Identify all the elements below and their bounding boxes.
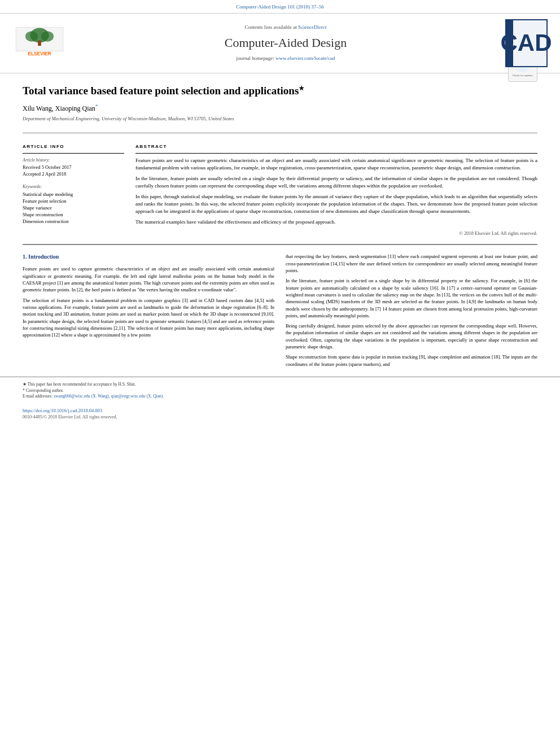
- intro-p5: Being carefully designed, feature points…: [286, 322, 537, 350]
- keyword-4: Shape reconstruction: [23, 212, 124, 219]
- issn-line: 0010-4485/© 2018 Elsevier Ltd. All right…: [23, 414, 537, 420]
- publisher-logo-area: ELSEVIER: [8, 19, 71, 67]
- intro-p1: Feature points are used to capture geome…: [23, 265, 274, 293]
- intro-p6: Shape reconstruction from sparse data is…: [286, 353, 537, 368]
- contents-available: Contents lists available at ScienceDirec…: [245, 24, 327, 31]
- article-info-label: article info: [23, 143, 124, 150]
- abstract-para-1: Feature points are used to capture geome…: [135, 157, 537, 172]
- svg-text:ELSEVIER: ELSEVIER: [28, 50, 51, 56]
- abstract-para-2: In the literature, feature points are us…: [135, 175, 537, 190]
- footer: https://doi.org/10.1016/j.cad.2018.04.00…: [0, 404, 560, 423]
- abstract-label: abstract: [135, 143, 537, 150]
- journal-reference-bar: Computer-Aided Design 101 (2018) 37–56: [0, 0, 560, 13]
- abstract-para-4: The numerical examples have validated th…: [135, 219, 537, 226]
- elsevier-logo: ELSEVIER: [11, 25, 68, 62]
- body-col-left: 1. Introduction Feature points are used …: [23, 253, 274, 371]
- paper-affiliation: Department of Mechanical Engineering, Un…: [23, 116, 502, 123]
- accepted-date: Accepted 2 April 2018: [23, 171, 124, 178]
- history-label: Article history:: [23, 157, 124, 163]
- received-date: Received 5 October 2017: [23, 164, 124, 171]
- footnote-emails: E-mail addresses: xwang666@wisc.edu (X. …: [23, 394, 274, 400]
- footnote-section: ★ This paper has been recommended for ac…: [0, 377, 560, 400]
- copyright-line: © 2018 Elsevier Ltd. All rights reserved…: [135, 230, 537, 237]
- journal-title-area: Contents lists available at ScienceDirec…: [76, 19, 495, 67]
- footnote-col-right: [286, 382, 537, 400]
- intro-p4: In the literature, feature point is sele…: [286, 277, 537, 319]
- keyword-2: Feature point selection: [23, 198, 124, 205]
- body-section: 1. Introduction Feature points are used …: [0, 253, 560, 371]
- keyword-5: Dimension construction: [23, 219, 124, 225]
- doi-link[interactable]: https://doi.org/10.1016/j.cad.2018.04.00…: [23, 408, 537, 414]
- sciencedirect-link[interactable]: ScienceDirect: [298, 24, 326, 30]
- footnote-corresponding: * Corresponding author.: [23, 388, 274, 394]
- svg-point-3: [41, 31, 54, 42]
- journal-name: Computer-Aided Design: [225, 34, 347, 52]
- footnote-columns: ★ This paper has been recommended for ac…: [23, 382, 537, 400]
- abstract-column: abstract Feature points are used to capt…: [135, 143, 537, 237]
- journal-header: ELSEVIER Contents lists available at Sci…: [0, 13, 560, 73]
- paper-authors: Xilu Wang, Xiaoping Qian*: [23, 103, 502, 113]
- article-info-abstract-section: article info Article history: Received 5…: [0, 143, 560, 237]
- keywords-group: Keywords: Statistical shape modeling Fea…: [23, 184, 124, 225]
- intro-p2: The selection of feature points is a fun…: [23, 297, 274, 339]
- intro-p3: that respecting the key features, mesh s…: [286, 253, 537, 274]
- keyword-3: Shape variance: [23, 205, 124, 212]
- author-star: *: [95, 103, 98, 109]
- cad-logo-stripe: [506, 20, 513, 66]
- paper-title: Total variance based feature point selec…: [23, 84, 502, 99]
- svg-rect-4: [38, 40, 41, 45]
- main-divider: [23, 244, 537, 245]
- keyword-1: Statistical shape modeling: [23, 191, 124, 198]
- article-history-group: Article history: Received 5 October 2017…: [23, 157, 124, 178]
- footnote-col-left: ★ This paper has been recommended for ac…: [23, 382, 274, 400]
- cad-logo-box: CAD: [505, 19, 548, 67]
- abstract-divider: [135, 153, 537, 154]
- title-star: ★: [299, 84, 304, 91]
- journal-reference: Computer-Aided Design 101 (2018) 37–56: [236, 4, 323, 10]
- article-info-column: article info Article history: Received 5…: [23, 143, 124, 237]
- keywords-label: Keywords:: [23, 184, 124, 190]
- cad-logo-area: CAD: [501, 19, 552, 67]
- abstract-text: Feature points are used to capture geome…: [135, 157, 537, 226]
- intro-heading: 1. Introduction: [23, 253, 274, 261]
- svg-point-2: [25, 31, 38, 42]
- footnote-star: ★ This paper has been recommended for ac…: [23, 382, 274, 388]
- intro-body-col1: Feature points are used to capture geome…: [23, 265, 274, 338]
- journal-homepage-line: journal homepage: www.elsevier.com/locat…: [237, 55, 335, 62]
- homepage-link[interactable]: www.elsevier.com/locate/cad: [275, 55, 335, 61]
- intro-body-col2: that respecting the key features, mesh s…: [286, 253, 537, 368]
- abstract-para-3: In this paper, through statistical shape…: [135, 193, 537, 215]
- header-divider: [23, 133, 537, 133]
- paper-header: Total variance based feature point selec…: [0, 73, 560, 143]
- article-info-divider: [23, 153, 124, 154]
- body-col-right: that respecting the key features, mesh s…: [286, 253, 537, 371]
